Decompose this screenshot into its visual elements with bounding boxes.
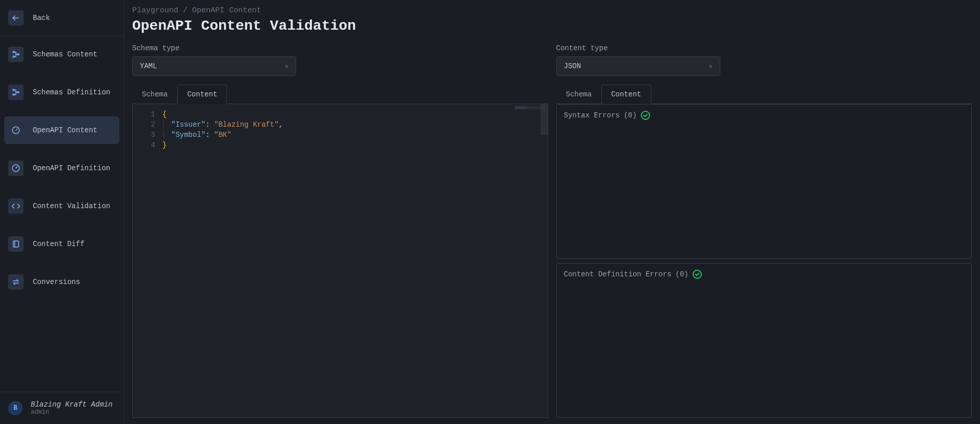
schema-type-label: Schema type: [132, 44, 548, 52]
editor-scrollbar[interactable]: [540, 104, 548, 135]
code-icon: [8, 198, 24, 214]
breadcrumb[interactable]: Playground / OpenAPI Content: [132, 6, 972, 15]
swap-icon: [8, 274, 24, 290]
sidebar-item-openapi-definition[interactable]: OpenAPI Definition: [4, 154, 119, 182]
svg-rect-8: [13, 241, 19, 247]
code-line: "Issuer": "Blazing Kraft",: [162, 119, 544, 130]
content-row: Schema type YAML ⇅ Schema Content 1 2 3 …: [132, 44, 972, 418]
sidebar: Back Schemas Content Schemas Definition …: [0, 0, 124, 424]
chevron-updown-icon: ⇅: [709, 63, 712, 69]
code-line: }: [162, 140, 544, 150]
content-type-label: Content type: [556, 44, 972, 52]
sidebar-item-content-diff[interactable]: Content Diff: [4, 230, 119, 258]
sidebar-item-label: Schemas Content: [33, 50, 97, 58]
tab-schema[interactable]: Schema: [556, 85, 601, 104]
schema-type-select[interactable]: YAML ⇅: [132, 56, 296, 76]
diff-icon: [8, 236, 24, 252]
user-role: admin: [31, 409, 113, 416]
svg-point-0: [13, 51, 14, 53]
gauge-icon: [8, 160, 24, 176]
svg-point-1: [13, 56, 14, 57]
right-tabs: Schema Content: [556, 84, 972, 104]
sidebar-item-schemas-content[interactable]: Schemas Content: [4, 41, 119, 68]
sidebar-item-openapi-content[interactable]: OpenAPI Content: [4, 116, 119, 144]
editor-gutter: 1 2 3 4: [133, 104, 158, 417]
back-label: Back: [33, 14, 50, 22]
definition-errors-count: (0): [676, 270, 689, 278]
right-column: Content type JSON ⇅ Schema Content Synta…: [556, 44, 972, 418]
flow-icon: [8, 85, 24, 100]
sidebar-item-content-validation[interactable]: Content Validation: [4, 192, 119, 220]
line-number: 3: [133, 130, 155, 140]
svg-point-2: [17, 54, 19, 55]
definition-errors-label: Content Definition Errors: [564, 270, 672, 278]
tab-content[interactable]: Content: [601, 85, 651, 104]
sidebar-item-label: Conversions: [33, 278, 80, 286]
errors-stack: Syntax Errors (0) Content Definition Err…: [556, 104, 972, 418]
svg-point-5: [17, 92, 19, 93]
left-column: Schema type YAML ⇅ Schema Content 1 2 3 …: [132, 44, 548, 418]
sidebar-item-label: Content Validation: [33, 202, 110, 210]
definition-errors-header: Content Definition Errors (0): [564, 270, 965, 279]
tab-content[interactable]: Content: [177, 85, 227, 104]
line-number: 4: [133, 140, 155, 150]
check-circle-icon: [693, 270, 702, 279]
content-type-select[interactable]: JSON ⇅: [556, 56, 720, 76]
syntax-errors-panel: Syntax Errors (0): [556, 104, 972, 259]
line-number: 2: [133, 119, 155, 130]
gauge-icon: [8, 123, 24, 138]
syntax-errors-count: (0): [624, 111, 637, 119]
sidebar-item-label: OpenAPI Definition: [33, 164, 110, 172]
page-title: OpenAPI Content Validation: [132, 18, 972, 34]
sidebar-item-label: Content Diff: [33, 240, 85, 248]
syntax-errors-header: Syntax Errors (0): [564, 111, 965, 120]
avatar: B: [8, 401, 23, 415]
back-button[interactable]: Back: [0, 0, 123, 36]
chevron-updown-icon: ⇅: [285, 63, 288, 69]
svg-point-3: [13, 89, 14, 91]
svg-point-4: [13, 94, 14, 95]
left-tabs: Schema Content: [132, 84, 548, 104]
avatar-initial: B: [13, 405, 17, 412]
syntax-errors-label: Syntax Errors: [564, 111, 620, 119]
sidebar-item-conversions[interactable]: Conversions: [4, 268, 119, 296]
tab-schema[interactable]: Schema: [132, 85, 177, 104]
code-line: {: [162, 109, 544, 119]
user-name: Blazing Kraft Admin: [31, 400, 113, 409]
main: Playground / OpenAPI Content OpenAPI Con…: [124, 0, 980, 424]
sidebar-footer[interactable]: B Blazing Kraft Admin admin: [0, 392, 123, 424]
sidebar-nav: Schemas Content Schemas Definition OpenA…: [0, 36, 123, 392]
code-line: "Symbol": "BK": [162, 130, 544, 140]
line-number: 1: [133, 109, 155, 119]
sidebar-item-label: OpenAPI Content: [33, 126, 97, 134]
sidebar-item-schemas-definition[interactable]: Schemas Definition: [4, 78, 119, 106]
user-info: Blazing Kraft Admin admin: [31, 400, 113, 416]
definition-errors-panel: Content Definition Errors (0): [556, 263, 972, 418]
editor-code[interactable]: { "Issuer": "Blazing Kraft", "Symbol": "…: [158, 104, 548, 417]
sidebar-item-label: Schemas Definition: [33, 88, 110, 96]
check-circle-icon: [641, 111, 650, 120]
schema-type-value: YAML: [140, 62, 157, 70]
flow-icon: [8, 47, 24, 62]
arrow-left-icon: [8, 10, 24, 26]
code-editor[interactable]: 1 2 3 4 { "Issuer": "Blazing Kraft", "Sy…: [132, 104, 548, 418]
content-type-value: JSON: [564, 62, 581, 70]
